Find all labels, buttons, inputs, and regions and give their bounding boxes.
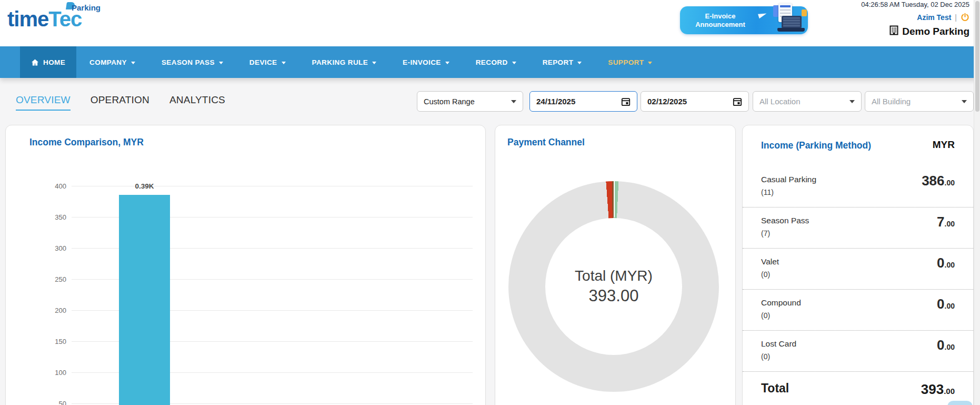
y-tick-label: 400 — [24, 182, 66, 190]
value-integer: 0 — [937, 296, 944, 312]
payment-channel-donut[interactable]: Total (MYR) 393.00 — [508, 181, 719, 392]
date-range-value: Custom Range — [424, 97, 475, 106]
nav-label: REPORT — [543, 58, 574, 66]
row-value: 7.00 — [937, 214, 955, 230]
row-value: 0.00 — [937, 296, 955, 312]
row-name: Lost Card — [761, 339, 955, 349]
nav-item-e-invoice[interactable]: E-INVOICE — [389, 46, 463, 78]
nav-label: PARKING RULE — [312, 58, 368, 66]
payment-channel-title: Payment Channel — [507, 137, 585, 148]
chevron-down-icon — [512, 62, 516, 64]
value-decimal: .00 — [944, 387, 955, 396]
nav-item-home[interactable]: HOME — [20, 46, 76, 78]
donut-center: Total (MYR) 393.00 — [545, 218, 682, 355]
nav-label: HOME — [43, 58, 65, 66]
dashboard-tabs: OVERVIEW OPERATION ANALYTICS — [16, 94, 225, 111]
chevron-down-icon — [131, 62, 135, 64]
nav-item-report[interactable]: REPORT — [529, 46, 595, 78]
value-integer: 386 — [922, 173, 944, 189]
row-count: (0) — [761, 270, 955, 279]
tab-operation[interactable]: OPERATION — [91, 94, 149, 111]
einvoice-announcement-banner[interactable]: E-Invoice Announcement — [680, 6, 808, 34]
building-placeholder: All Building — [872, 97, 911, 106]
row-count: (0) — [761, 311, 955, 320]
row-count: (11) — [761, 188, 955, 196]
donut-center-value: 393.00 — [589, 287, 639, 305]
table-row: Lost Card (0) 0.00 — [743, 331, 973, 372]
tab-analytics[interactable]: ANALYTICS — [169, 94, 225, 111]
nav-label: SUPPORT — [608, 58, 644, 66]
calendar-icon[interactable] — [733, 97, 742, 106]
location-placeholder: All Location — [759, 97, 801, 106]
laptop-base-icon — [777, 28, 805, 32]
header-user-area: 04:26:58 AM Tuesday, 02 Dec 2025 Azim Te… — [861, 1, 969, 38]
row-value: 386.00 — [922, 173, 955, 189]
location-select[interactable]: All Location — [753, 91, 862, 112]
user-name-link[interactable]: Azim Test — [917, 13, 951, 22]
donut-center-label: Total (MYR) — [575, 268, 653, 284]
logo-wordmark: timeTec — [7, 7, 82, 31]
y-tick-label: 200 — [24, 307, 66, 314]
nav-item-device[interactable]: DEVICE — [236, 46, 299, 78]
row-name: Valet — [761, 257, 955, 266]
building-select[interactable]: All Building — [865, 91, 974, 112]
chevron-down-icon — [962, 100, 967, 103]
date-to-input[interactable]: 02/12/2025 — [641, 91, 749, 112]
nav-item-record[interactable]: RECORD — [463, 46, 529, 78]
bar-value-label: 0.39K — [119, 182, 170, 190]
row-name: Season Pass — [761, 216, 955, 225]
einvoice-banner-line1: E-Invoice — [683, 12, 757, 21]
chevron-down-icon — [849, 100, 855, 103]
value-integer: 0 — [937, 337, 944, 353]
tab-overview[interactable]: OVERVIEW — [16, 94, 71, 111]
nav-item-company[interactable]: COMPANY — [76, 46, 148, 78]
chevron-down-icon — [648, 62, 652, 64]
nav-item-parking-rule[interactable]: PARKING RULE — [299, 46, 390, 78]
scrollbar-thumb[interactable] — [975, 1, 979, 112]
chat-bubble-button[interactable] — [947, 401, 973, 405]
logo-time-text: time — [7, 7, 48, 31]
paper-plane-icon — [758, 12, 767, 19]
income-total-row: Total 393.00 — [743, 372, 973, 398]
nav-label: COMPANY — [89, 58, 127, 66]
income-parking-method-card: Income (Parking Method) MYR Casual Parki… — [742, 125, 974, 405]
value-decimal: .00 — [945, 179, 955, 187]
income-bar[interactable] — [119, 195, 170, 405]
value-decimal: .00 — [945, 343, 955, 351]
row-value: 0.00 — [937, 255, 955, 271]
chevron-down-icon — [372, 62, 376, 64]
logout-power-icon[interactable] — [961, 13, 969, 22]
calendar-icon[interactable] — [621, 97, 631, 106]
calculator-icon — [802, 9, 807, 16]
row-count: (0) — [761, 352, 955, 361]
timetec-logo[interactable]: timeTec Parking — [7, 2, 134, 39]
income-comparison-title: Income Comparison, MYR — [29, 137, 144, 148]
table-row: Season Pass (7) 7.00 — [743, 208, 973, 249]
date-to-value: 02/12/2025 — [647, 97, 687, 106]
chevron-down-icon — [577, 62, 582, 64]
value-decimal: .00 — [945, 261, 955, 269]
y-tick-label: 250 — [24, 275, 66, 283]
table-row: Casual Parking (11) 386.00 — [743, 166, 973, 208]
page-scrollbar[interactable] — [974, 0, 980, 405]
nav-item-season-pass[interactable]: SEASON PASS — [148, 46, 236, 78]
y-tick-label: 150 — [24, 338, 66, 345]
y-tick-label: 100 — [24, 369, 66, 377]
nav-label: SEASON PASS — [162, 58, 215, 66]
laptop-screen-icon — [782, 16, 802, 28]
nav-item-support[interactable]: SUPPORT — [595, 46, 665, 78]
date-range-select[interactable]: Custom Range — [417, 91, 523, 112]
date-from-value: 24/11/2025 — [536, 97, 575, 106]
y-tick-label: 300 — [24, 244, 66, 252]
value-decimal: .00 — [945, 220, 955, 228]
current-datetime: 04:26:58 AM Tuesday, 02 Dec 2025 — [861, 1, 969, 8]
user-line: Azim Test | — [861, 13, 969, 22]
table-row: Valet (0) 0.00 — [743, 249, 973, 290]
nav-label: DEVICE — [249, 58, 277, 66]
date-from-input[interactable]: 24/11/2025 — [529, 91, 637, 112]
row-value: 0.00 — [937, 337, 955, 353]
logo-parking-text: Parking — [72, 3, 101, 12]
total-value: 393.00 — [921, 381, 955, 398]
nav-label: RECORD — [476, 58, 508, 66]
header: timeTec Parking E-Invoice Announcement 0… — [0, 0, 980, 46]
